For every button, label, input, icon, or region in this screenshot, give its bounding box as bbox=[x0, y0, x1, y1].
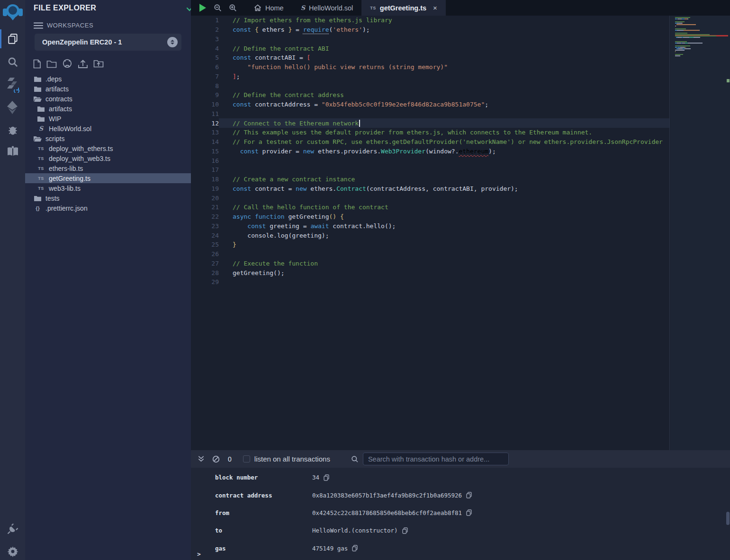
code-line-24[interactable]: 24 console.log(greeting); bbox=[191, 231, 669, 240]
copy-value-button[interactable] bbox=[402, 527, 408, 534]
code-line-8[interactable]: 8 bbox=[191, 81, 669, 90]
code-line-19[interactable]: 19const contract = new ethers.Contract(c… bbox=[191, 184, 669, 194]
line-number: 23 bbox=[191, 222, 219, 230]
upload-file-icon[interactable] bbox=[78, 59, 88, 69]
tree-item-artifacts[interactable]: artifacts bbox=[25, 84, 191, 94]
tree-item-getgreeting-ts[interactable]: TSgetGreeting.ts bbox=[25, 173, 191, 183]
tree-item-label: scripts bbox=[45, 135, 64, 142]
file-explorer-icon[interactable] bbox=[0, 31, 25, 46]
file-explorer-panel: FILE EXPLORER WORKSPACES OpenZeppelin ER… bbox=[25, 0, 191, 560]
solidity-compiler-icon[interactable] bbox=[0, 76, 25, 93]
debugger-icon[interactable] bbox=[0, 123, 25, 137]
tree-item-wip[interactable]: WIP bbox=[25, 114, 191, 124]
tx-row-label: block number bbox=[215, 474, 312, 481]
code-line-26[interactable]: 26 bbox=[191, 249, 669, 259]
tree-item-scripts[interactable]: scripts bbox=[25, 133, 191, 143]
tab-getgreeting-ts[interactable]: TSgetGreeting.ts× bbox=[361, 0, 446, 16]
tree-item-web3-lib-ts[interactable]: TSweb3-lib.ts bbox=[25, 183, 191, 193]
code-line-2[interactable]: 2const { ethers } = require('ethers'); bbox=[191, 25, 669, 35]
tree-item-label: HelloWorld.sol bbox=[49, 125, 91, 133]
overview-ruler-marker bbox=[727, 79, 730, 82]
clone-github-icon[interactable] bbox=[62, 59, 72, 69]
code-line-6[interactable]: 6 "function hello() public view returns … bbox=[191, 62, 669, 72]
code-line-29[interactable]: 29 bbox=[191, 277, 669, 287]
zoom-out-icon[interactable] bbox=[214, 4, 222, 12]
code-line-9[interactable]: 9// Define the contract address bbox=[191, 90, 669, 100]
tree-item-prettierrc-json[interactable]: {}.prettierrc.json bbox=[25, 203, 191, 213]
tree-item-tests[interactable]: tests bbox=[25, 193, 191, 203]
collapse-terminal-icon[interactable] bbox=[198, 455, 205, 462]
upload-folder-icon[interactable] bbox=[93, 59, 104, 68]
code-line-11[interactable]: 11 bbox=[191, 109, 669, 119]
learneth-book-icon[interactable] bbox=[0, 144, 25, 159]
line-number: 3 bbox=[191, 36, 219, 43]
tree-item-ethers-lib-ts[interactable]: TSethers-lib.ts bbox=[25, 163, 191, 173]
code-line-3[interactable]: 3 bbox=[191, 35, 669, 44]
search-icon[interactable] bbox=[0, 55, 25, 69]
code-line-23[interactable]: 23 const greeting = await contract.hello… bbox=[191, 222, 669, 231]
line-number: 12 bbox=[191, 120, 219, 127]
copy-value-button[interactable] bbox=[466, 509, 472, 516]
tree-item-helloworld-sol[interactable]: SHelloWorld.sol bbox=[25, 124, 191, 133]
code-line-13[interactable]: 13// This example uses the default provi… bbox=[191, 128, 669, 137]
run-script-icon[interactable] bbox=[198, 3, 207, 12]
clear-console-icon[interactable] bbox=[212, 455, 220, 463]
workspace-select[interactable]: OpenZeppelin ERC20 - 1 bbox=[35, 34, 181, 51]
copy-icon bbox=[324, 474, 329, 481]
zoom-in-icon[interactable] bbox=[229, 4, 237, 12]
tree-item-deploy-with-web3-ts[interactable]: TSdeploy_with_web3.ts bbox=[25, 153, 191, 163]
code-line-14[interactable]: 14// For a testnet or custom RPC, use et… bbox=[191, 137, 669, 147]
code-line-28[interactable]: 28getGreeting(); bbox=[191, 268, 669, 277]
minimap[interactable] bbox=[675, 17, 728, 58]
code-line-22[interactable]: 22async function getGreeting() { bbox=[191, 212, 669, 222]
code-line-18[interactable]: 18// Create a new contract instance bbox=[191, 175, 669, 184]
code-line-20[interactable]: 20 bbox=[191, 193, 669, 203]
terminal-scrollbar-thumb[interactable] bbox=[726, 512, 730, 525]
json-file-icon: {} bbox=[36, 205, 40, 211]
listen-transactions-label[interactable]: listen on all transactions bbox=[254, 455, 330, 463]
tree-item-deploy-with-ethers-ts[interactable]: TSdeploy_with_ethers.ts bbox=[25, 143, 191, 153]
code-line-21[interactable]: 21// Call the hello function of the cont… bbox=[191, 203, 669, 212]
tab-home[interactable]: Home bbox=[245, 0, 292, 16]
deploy-and-run-icon[interactable] bbox=[0, 99, 25, 116]
settings-gear-icon[interactable] bbox=[0, 544, 25, 559]
code-line-15[interactable]: 15 const provider = new ethers.providers… bbox=[191, 147, 669, 156]
code-line-4[interactable]: 4// Define the contract ABI bbox=[191, 44, 669, 53]
terminal-search-input[interactable] bbox=[363, 453, 509, 465]
code-line-1[interactable]: 1// Import ethers from the ethers.js lib… bbox=[191, 16, 669, 25]
tree-item-label: contracts bbox=[45, 95, 72, 103]
code-line-17[interactable]: 17 bbox=[191, 165, 669, 175]
plugin-manager-icon[interactable] bbox=[0, 521, 25, 537]
code-line-27[interactable]: 27// Execute the function bbox=[191, 259, 669, 268]
code-line-25[interactable]: 25} bbox=[191, 240, 669, 249]
line-number: 9 bbox=[191, 91, 219, 98]
close-tab-icon[interactable]: × bbox=[433, 4, 437, 12]
remix-logo-icon[interactable] bbox=[0, 2, 25, 23]
code-editor[interactable]: 1// Import ethers from the ethers.js lib… bbox=[191, 16, 670, 450]
copy-value-button[interactable] bbox=[466, 492, 472, 498]
terminal-prompt[interactable]: > bbox=[197, 551, 201, 558]
code-line-16[interactable]: 16 bbox=[191, 156, 669, 165]
folder-open-icon bbox=[34, 136, 42, 142]
tab-helloworld-sol[interactable]: SHelloWorld.sol bbox=[292, 0, 362, 16]
tree-item-deps[interactable]: .deps bbox=[25, 74, 191, 84]
workspace-select-toggle-icon[interactable] bbox=[167, 37, 178, 47]
code-line-7[interactable]: 7]; bbox=[191, 72, 669, 81]
new-file-icon[interactable] bbox=[33, 59, 41, 69]
code-line-12[interactable]: 12// Connect to the Ethereum network bbox=[191, 118, 669, 128]
solidity-file-icon: S bbox=[39, 125, 43, 132]
code-line-5[interactable]: 5const contractABI = [ bbox=[191, 53, 669, 62]
tree-item-artifacts[interactable]: artifacts bbox=[25, 104, 191, 114]
typescript-file-icon: TS bbox=[38, 156, 44, 161]
workspaces-menu-icon[interactable] bbox=[34, 22, 43, 31]
copy-value-button[interactable] bbox=[352, 545, 358, 551]
file-tree: .depsartifactscontractsartifactsWIPSHell… bbox=[25, 74, 191, 213]
folder-closed-icon bbox=[34, 196, 41, 201]
copy-value-button[interactable] bbox=[324, 474, 329, 481]
line-number: 8 bbox=[191, 82, 219, 89]
tree-item-contracts[interactable]: contracts bbox=[25, 94, 191, 104]
code-line-10[interactable]: 10const contractAddress = "0xb54febb5c0c… bbox=[191, 100, 669, 109]
new-folder-icon[interactable] bbox=[46, 60, 57, 68]
listen-transactions-checkbox[interactable] bbox=[243, 455, 250, 462]
tx-row-label: contract address bbox=[215, 492, 312, 499]
